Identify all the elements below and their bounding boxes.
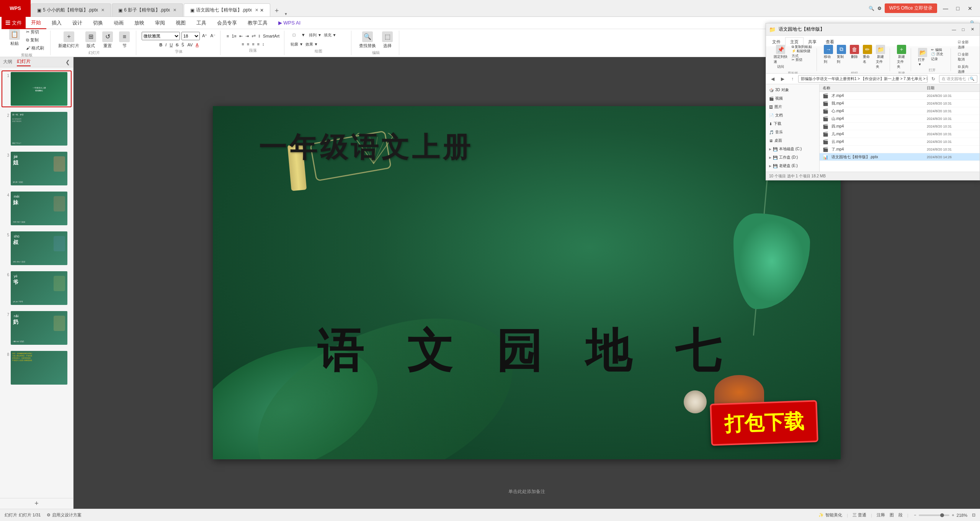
normal-view-btn[interactable]: 三 普通 (853, 512, 866, 518)
fe-sidebar-downloads[interactable]: ⬇ 下载 (766, 120, 819, 128)
shadow-btn[interactable]: S̈ (181, 42, 185, 48)
zoom-slider[interactable] (919, 514, 949, 516)
copy-btn[interactable]: ⧉ 复制 (24, 36, 46, 44)
increase-indent-btn[interactable]: ⇥ (245, 33, 250, 39)
fe-file-row-3[interactable]: 🎬 山.mp4 2024/8/20 10:31 (820, 115, 980, 123)
align-center-btn[interactable]: ≡ (246, 41, 250, 47)
close-tab-1[interactable]: ✕ (101, 8, 105, 13)
font-size-select[interactable]: 18 (181, 32, 200, 40)
macro-status[interactable]: ⚙ 启用义设计方案 (47, 512, 82, 518)
fe-sidebar-3d[interactable]: 🎲 3D 对象 (766, 86, 819, 94)
close-tab-3[interactable]: ✕ (255, 8, 258, 13)
fe-search-box[interactable]: 在 语文园地七（ 🔍 (939, 75, 977, 83)
fe-delete-btn[interactable]: 🗑 删除 (848, 44, 861, 70)
fe-file-row-5[interactable]: 🎬 儿.mp4 2024/8/20 10:31 (820, 130, 980, 138)
slide-canvas[interactable]: 一年级语文上册 语 文 园 地 七 打包下载 (213, 106, 841, 459)
tab-animation[interactable]: 动画 (108, 17, 129, 29)
paste-btn[interactable]: 📋 粘贴 (7, 28, 22, 52)
fe-sidebar-e-drive[interactable]: ▶ 💾 老硬盘 (E:) (766, 162, 819, 170)
slide-item-3[interactable]: 3 jié 姐 jiě jiě / 姐姐 (2, 150, 72, 187)
char-spacing-btn[interactable]: AV (186, 42, 193, 48)
cut-btn[interactable]: ✂ 剪切 (24, 28, 46, 36)
tab-member[interactable]: 会员专享 (212, 17, 242, 29)
arrange-btn[interactable]: 排列 ▼ (308, 32, 322, 40)
fe-file-row-2[interactable]: 🎬 心.mp4 2024/8/20 10:31 (820, 107, 980, 115)
fe-file-row-7[interactable]: 🎬 了.mp4 2024/8/20 10:31 (820, 146, 980, 153)
slide-item-7[interactable]: 7 nǎi 奶 nǎi nai / 奶奶 (2, 310, 72, 346)
tab-review[interactable]: 审阅 (150, 17, 170, 29)
minimize-button[interactable]: — (940, 3, 951, 14)
fe-quickformat-btn[interactable]: ⚡ 粘贴快捷方式 (790, 51, 814, 57)
zoom-thumb[interactable] (940, 513, 944, 517)
fe-history-btn[interactable]: 🕐 历史记录 (929, 54, 947, 60)
fe-sidebar-video[interactable]: 🎬 视频 (766, 94, 819, 103)
tab-wps-ai[interactable]: ▶ WPS AI (273, 17, 306, 29)
close-tab-2[interactable]: ✕ (173, 8, 176, 13)
slide-sorter-btn[interactable]: 图 (890, 512, 894, 518)
tab-start[interactable]: 开始 (26, 17, 46, 29)
shape-more-btn[interactable]: ▼ (299, 32, 307, 40)
fe-selectall-btn[interactable]: ☑ 全部选择 (956, 39, 973, 51)
fe-sidebar-music[interactable]: 🎵 音乐 (766, 128, 819, 136)
tab-tools[interactable]: 工具 (191, 17, 212, 29)
fe-sidebar-docs[interactable]: 📄 文档 (766, 111, 819, 120)
register-button[interactable]: WPS Office 立即登录 (885, 3, 937, 13)
sidebar-tab-slides[interactable]: 幻灯片 (17, 57, 31, 66)
fe-selectnone-btn[interactable]: ☐ 全部取消 (956, 51, 973, 63)
fe-forward-btn[interactable]: ▶ (778, 75, 787, 83)
menu-file[interactable]: ☰ 文件 (2, 17, 26, 29)
slide-item-1[interactable]: 1 一年级语文上册 语文园地七 (2, 70, 72, 107)
fe-file-row-8[interactable]: 📊 语文园地七【精华版】.pptx 2024/8/20 14:26 (820, 153, 980, 161)
fe-sidebar-d-drive[interactable]: ▶ 💾 工作盘 (D:) (766, 153, 819, 162)
shape-rect-btn[interactable]: □ (290, 32, 298, 40)
tab-view[interactable]: 视图 (170, 17, 191, 29)
font-increase-btn[interactable]: A⁺ (201, 33, 208, 39)
outline-btn[interactable]: 轮廓 ▼ (290, 41, 304, 48)
tab-3[interactable]: ▣ 语文园地七【精华版】.pptx ✕ ✕ (184, 3, 270, 16)
fe-maximize-btn[interactable]: □ (959, 25, 967, 34)
select-btn[interactable]: ⬚ 选择 (380, 31, 395, 49)
close-button[interactable]: ✕ (965, 3, 975, 14)
align-columns-btn[interactable]: ⫴ (258, 33, 261, 39)
section-btn[interactable]: ≡ 节 (117, 31, 132, 49)
sidebar-tab-outline[interactable]: 大纲 (3, 58, 12, 66)
fe-file-row-4[interactable]: 🎬 四.mp4 2024/8/20 10:31 (820, 123, 980, 130)
download-badge[interactable]: 打包下载 (710, 400, 818, 446)
slide-item-2[interactable]: 2 第一组、拼音 规定了什么？ 练习拼读音节拼音字母排列 (2, 110, 72, 147)
fe-rename-btn[interactable]: ✏ 重命名 (861, 44, 874, 70)
tab-transition[interactable]: 切换 (88, 17, 108, 29)
align-right-btn[interactable]: ≡ (251, 41, 255, 47)
search-btn[interactable]: 🔍 (869, 6, 874, 11)
zoom-in-btn[interactable]: ＋ (951, 512, 955, 518)
fe-moveto-btn[interactable]: → 移动到 (822, 44, 835, 70)
fe-address-path[interactable]: 部编版小学语文一年级上册资料1 > 【作业设计】新一上册 > 7.第七单元 > … (798, 75, 928, 83)
zoom-out-btn[interactable]: － (913, 512, 917, 518)
list-number-btn[interactable]: 1≡ (231, 33, 237, 39)
text-direction-btn[interactable]: ⮂ (251, 33, 256, 39)
notes-view-btn[interactable]: 注释 (877, 512, 885, 518)
fe-sidebar-pictures[interactable]: 🖼 图片 (766, 103, 819, 111)
line-spacing-btn[interactable]: ↕ (261, 41, 265, 47)
new-tab-button[interactable]: + (271, 5, 283, 16)
fe-file-row-6[interactable]: 🎬 云.mp4 2024/8/20 10:31 (820, 138, 980, 146)
effect-btn[interactable]: 效果 ▼ (305, 41, 319, 48)
fe-newfolder-btn[interactable]: 📁 新建 文件夹 (874, 44, 887, 70)
presenter-btn[interactable]: 段 (898, 512, 903, 518)
fe-file-row-0[interactable]: 🎬 才.mp4 2024/8/20 10:31 (820, 92, 980, 100)
tab-teaching[interactable]: 教学工具 (242, 17, 273, 29)
tab-design[interactable]: 设计 (67, 17, 88, 29)
fe-close-btn[interactable]: ✕ (968, 25, 977, 34)
bold-btn[interactable]: B (158, 42, 163, 48)
fill-btn[interactable]: 填充 ▼ (323, 32, 337, 40)
list-bullet-btn[interactable]: ≡ (226, 33, 230, 39)
slide-item-5[interactable]: 5 shū 叔 shū shu / 叔叔 (2, 230, 72, 267)
fe-sidebar-desktop[interactable]: 🖥 桌面 (766, 136, 819, 145)
smart-art-btn[interactable]: SmartArt (262, 33, 280, 39)
slide-item-6[interactable]: 6 yé 爷 yé ye / 爷爷 (2, 270, 72, 306)
find-replace-btn[interactable]: 🔍 查找替换 (357, 31, 378, 49)
fe-sidebar-c-drive[interactable]: ▶ 💾 本地磁盘 (C:) (766, 145, 819, 153)
italic-btn[interactable]: I (165, 42, 167, 48)
font-family-select[interactable]: 微软雅黑 (142, 32, 180, 40)
new-slide-btn[interactable]: ＋ 新建幻灯片 (56, 31, 82, 49)
settings-btn[interactable]: ⚙ (877, 6, 882, 11)
